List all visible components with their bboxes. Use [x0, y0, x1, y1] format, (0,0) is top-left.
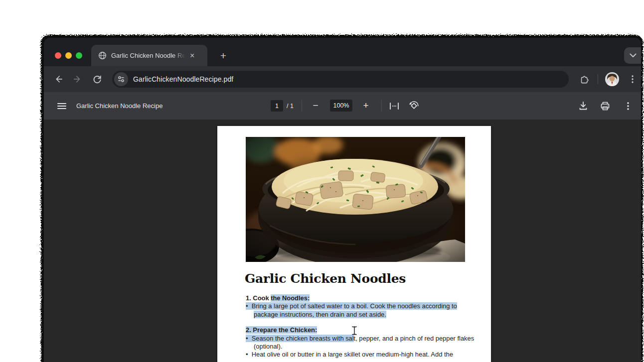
tune-icon	[117, 75, 125, 83]
address-bar[interactable]: GarlicChickenNoodleRecipe.pdf	[112, 71, 569, 88]
new-tab-button[interactable]: +	[216, 49, 230, 63]
kebab-icon	[632, 75, 633, 83]
recipe-heading: Garlic Chicken Noodles	[245, 271, 406, 286]
pdf-text-line: • Season the chicken breasts with salt, …	[246, 335, 470, 343]
browser-menu-button[interactable]	[628, 74, 638, 84]
extensions-button[interactable]	[579, 74, 589, 84]
profile-avatar[interactable]	[605, 72, 619, 88]
rotate-ccw-icon	[409, 102, 418, 109]
kebab-icon	[627, 102, 629, 110]
page-count-label: / 1	[287, 103, 294, 110]
pdf-text-line: package instructions, then drain and set…	[246, 311, 470, 319]
tab-garlic-chicken-noodle-recipe[interactable]: Garlic Chicken Noodle Reci ×	[91, 45, 207, 66]
zoom-level-input[interactable]: 100%	[330, 100, 352, 112]
pdf-document-title: Garlic Chicken Noodle Recipe	[76, 102, 162, 110]
fit-to-width-button[interactable]	[389, 101, 400, 112]
toolbar-divider	[598, 74, 598, 84]
pdf-text-line: • Bring a large pot of salted water to a…	[246, 302, 470, 310]
reload-button[interactable]	[92, 74, 102, 84]
url-text: GarlicChickenNoodleRecipe.pdf	[133, 75, 233, 83]
pdf-more-options-button[interactable]	[623, 101, 634, 112]
close-window-button[interactable]	[55, 52, 61, 59]
pdf-text-line: (optional).	[246, 343, 470, 351]
pdf-text-line: 1. Cook the Noodles:	[246, 294, 470, 302]
zoom-in-button[interactable]: +	[360, 100, 372, 112]
screenshot: { "window": { "traffic_lights": ["close"…	[0, 0, 644, 362]
download-button[interactable]	[578, 101, 589, 112]
back-button[interactable]	[53, 74, 63, 84]
minimize-window-button[interactable]	[65, 52, 72, 59]
pdf-toolbar-divider-2	[381, 100, 382, 112]
zoom-window-button[interactable]	[76, 52, 82, 59]
traffic-lights	[55, 52, 82, 59]
globe-icon	[98, 51, 107, 60]
rotate-button[interactable]	[408, 100, 420, 112]
pdf-viewer[interactable]: Garlic Chicken Noodles 1. Cook the Noodl…	[44, 120, 641, 362]
pdf-menu-button[interactable]	[56, 101, 67, 112]
text-cursor	[351, 326, 358, 336]
tab-title: Garlic Chicken Noodle Reci	[111, 52, 187, 59]
pdf-text-list: 1. Cook the Noodles:• Bring a large pot …	[246, 294, 470, 359]
recipe-photo	[246, 137, 465, 262]
browser-window: Garlic Chicken Noodle Reci × +	[44, 38, 641, 362]
page-number-input[interactable]: 1	[271, 100, 283, 112]
tab-search-button[interactable]	[624, 47, 641, 64]
forward-button[interactable]	[73, 74, 83, 84]
tab-close-icon[interactable]: ×	[190, 52, 194, 60]
print-icon	[602, 103, 609, 110]
puzzle-icon	[582, 76, 588, 83]
chevron-down-icon	[630, 53, 637, 58]
download-icon	[580, 102, 587, 110]
fit-width-icon	[390, 103, 398, 109]
tab-strip: Garlic Chicken Noodle Reci × +	[44, 38, 641, 66]
browser-toolbar: GarlicChickenNoodleRecipe.pdf	[44, 66, 641, 92]
pdf-toolbar: Garlic Chicken Noodle Recipe 1 / 1 − 100…	[44, 92, 641, 120]
pdf-text-line: 2. Prepare the Chicken:	[246, 326, 470, 334]
pdf-toolbar-divider	[302, 100, 302, 112]
site-settings-button[interactable]	[114, 72, 128, 86]
print-button[interactable]	[600, 101, 611, 112]
zoom-out-button[interactable]: −	[310, 100, 322, 112]
pdf-text-line: • Heat olive oil or butter in a large sk…	[246, 351, 470, 359]
hamburger-icon	[58, 104, 66, 109]
